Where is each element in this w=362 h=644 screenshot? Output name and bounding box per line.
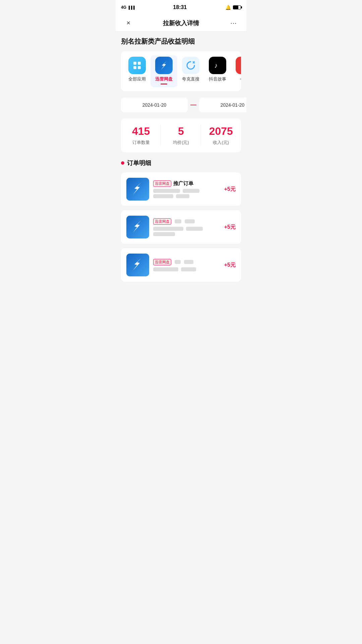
order-info-3: 迅雷网盘 — [153, 259, 220, 271]
start-date-input[interactable] — [121, 98, 188, 112]
stat-value-price: 5 — [164, 125, 198, 138]
order-tag-2: 迅雷网盘 — [153, 218, 171, 225]
svg-rect-3 — [138, 66, 141, 69]
blurred-row-2 — [153, 194, 220, 198]
main-content: 别名拉新类产品收益明细 全部应用 迅雷网盘 — [116, 32, 246, 282]
tab-xunlei-label: 迅雷网盘 — [155, 76, 173, 82]
blurred-info-2c — [153, 232, 175, 236]
blurred-name-3b — [184, 260, 193, 264]
order-name-1: 推广订单 — [173, 180, 193, 187]
blurred-name-2b — [185, 219, 195, 223]
douyin-icon: ♪ — [209, 57, 226, 74]
app-tab-bar: 全部应用 迅雷网盘 夸克直搜 — [121, 51, 241, 91]
nav-bar: × 拉新收入详情 ··· — [116, 15, 246, 32]
order-header-2: 迅雷网盘 — [153, 218, 220, 225]
order-list: 迅雷网盘 推广订单 +5元 — [121, 172, 241, 282]
tab-kuake-label: 夸克直搜 — [182, 76, 199, 82]
order-thumb-1 — [126, 178, 149, 201]
tab-douyin[interactable]: ♪ 抖音故事 — [204, 55, 231, 87]
svg-rect-0 — [133, 62, 136, 65]
blurred-info-1c — [153, 194, 173, 198]
order-meta-3 — [153, 267, 220, 271]
blurred-row-3 — [153, 227, 220, 231]
blurred-info-2a — [153, 227, 183, 231]
blurred-name-3a — [175, 260, 181, 264]
order-item-3[interactable]: 迅雷网盘 +5元 — [121, 248, 241, 282]
blurred-info-3b — [181, 267, 196, 271]
blurred-row-1 — [153, 189, 220, 193]
order-meta-2 — [153, 227, 220, 236]
blurred-row-4 — [153, 232, 220, 236]
page-title: 拉新收入详情 — [163, 19, 199, 27]
order-header-1: 迅雷网盘 推广订单 — [153, 180, 220, 187]
svg-text:♪: ♪ — [214, 62, 218, 69]
tab-jinri[interactable]: 百 今日 — [231, 55, 241, 87]
stat-label-income: 收入(元) — [204, 140, 238, 146]
order-section-heading: 订单明细 — [121, 159, 241, 167]
status-bar: 4G ▐▐▐ 18:31 🔔 — [116, 0, 246, 15]
order-tag-3: 迅雷网盘 — [153, 259, 171, 265]
order-amount-1: +5元 — [224, 186, 236, 193]
blurred-info-2b — [186, 227, 203, 231]
bell-icon: 🔔 — [225, 5, 231, 10]
signal-indicator: 4G ▐▐▐ — [121, 5, 135, 10]
svg-rect-1 — [138, 62, 141, 65]
date-filter: — 查询 — [121, 97, 241, 113]
order-section-title-text: 订单明细 — [127, 159, 151, 167]
battery-icon — [233, 5, 241, 9]
blurred-info-3a — [153, 267, 178, 271]
stat-value-income: 2075 — [204, 125, 238, 138]
order-info-1: 迅雷网盘 推广订单 — [153, 180, 220, 198]
stat-avg-price: 5 均价(元) — [161, 118, 201, 152]
more-menu-button[interactable]: ··· — [228, 17, 240, 29]
blurred-info-1d — [176, 194, 189, 198]
blurred-row-5 — [153, 267, 220, 271]
order-amount-2: +5元 — [224, 224, 236, 231]
order-thumb-2 — [126, 216, 149, 238]
order-info-2: 迅雷网盘 — [153, 218, 220, 236]
tab-all-apps-label: 全部应用 — [128, 76, 146, 82]
date-separator: — — [190, 101, 196, 108]
order-tag-1: 迅雷网盘 — [153, 180, 171, 187]
stat-order-count: 415 订单数量 — [121, 118, 161, 152]
status-time: 18:31 — [173, 4, 187, 10]
section-heading: 别名拉新类产品收益明细 — [121, 37, 241, 46]
blurred-name-2a — [175, 219, 181, 223]
stat-value-orders: 415 — [124, 125, 158, 138]
status-icons: 🔔 — [225, 5, 241, 10]
tab-all-apps[interactable]: 全部应用 — [124, 55, 150, 87]
end-date-input[interactable] — [199, 98, 246, 112]
order-amount-3: +5元 — [224, 262, 236, 269]
tab-douyin-label: 抖音故事 — [209, 76, 226, 82]
tab-kuake[interactable]: 夸克直搜 — [177, 55, 204, 87]
stat-income: 2075 收入(元) — [201, 118, 241, 152]
red-dot-icon — [121, 161, 124, 165]
stat-label-price: 均价(元) — [164, 140, 198, 146]
blurred-info-1b — [183, 189, 199, 193]
tab-jinri-label: 今日 — [240, 76, 241, 82]
tab-xunlei[interactable]: 迅雷网盘 — [150, 55, 177, 87]
jinri-icon: 百 — [236, 57, 241, 74]
kuake-icon — [182, 57, 199, 74]
order-header-3: 迅雷网盘 — [153, 259, 220, 265]
order-item[interactable]: 迅雷网盘 推广订单 +5元 — [121, 172, 241, 206]
order-meta-1 — [153, 189, 220, 198]
order-thumb-3 — [126, 254, 149, 276]
stats-card: 415 订单数量 5 均价(元) 2075 收入(元) — [121, 118, 241, 152]
xunlei-icon — [155, 57, 173, 74]
stat-label-orders: 订单数量 — [124, 140, 158, 146]
close-button[interactable]: × — [122, 17, 134, 29]
blurred-info-1a — [153, 189, 180, 193]
svg-rect-2 — [133, 66, 136, 69]
active-tab-indicator — [161, 84, 167, 85]
all-apps-icon — [128, 57, 146, 74]
order-item-2[interactable]: 迅雷网盘 +5元 — [121, 210, 241, 244]
